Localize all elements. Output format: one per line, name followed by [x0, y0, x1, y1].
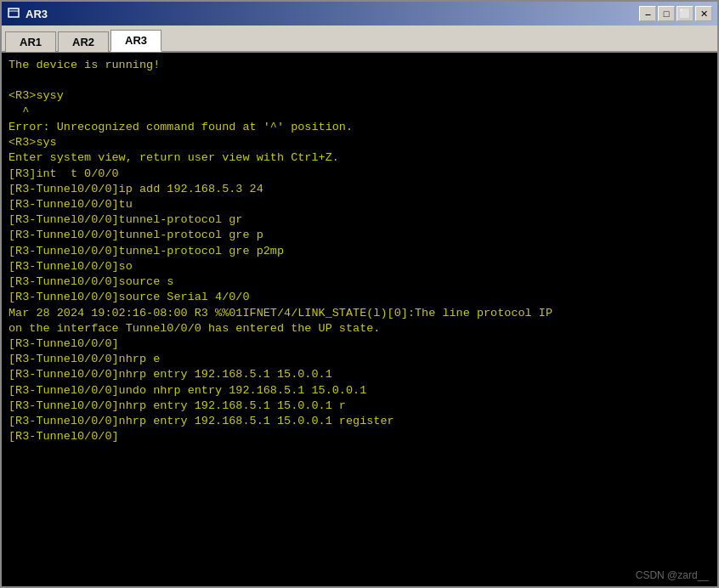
tab-ar1[interactable]: AR1 — [5, 31, 56, 52]
minimize-button[interactable]: ‒ — [639, 6, 656, 21]
window-title: AR3 — [25, 8, 48, 20]
main-window: AR3 ‒ □ ⬜ ✕ AR1 AR2 AR3 The device is ru… — [0, 0, 719, 588]
close-button[interactable]: ✕ — [695, 6, 712, 21]
terminal-output: The device is running! <R3>sysy ^ Error:… — [8, 58, 711, 444]
terminal-area[interactable]: The device is running! <R3>sysy ^ Error:… — [2, 53, 717, 586]
title-bar-controls: ‒ □ ⬜ ✕ — [639, 6, 712, 21]
tab-ar3[interactable]: AR3 — [110, 30, 161, 52]
title-bar: AR3 ‒ □ ⬜ ✕ — [2, 2, 717, 25]
watermark: CSDN @zard__ — [636, 569, 709, 581]
maximize-button[interactable]: ⬜ — [677, 6, 694, 21]
tab-bar: AR1 AR2 AR3 — [2, 25, 717, 53]
app-icon — [7, 7, 20, 20]
tab-ar2[interactable]: AR2 — [58, 31, 109, 52]
svg-rect-0 — [8, 8, 19, 17]
restore-button[interactable]: □ — [658, 6, 675, 21]
title-bar-left: AR3 — [7, 7, 48, 20]
